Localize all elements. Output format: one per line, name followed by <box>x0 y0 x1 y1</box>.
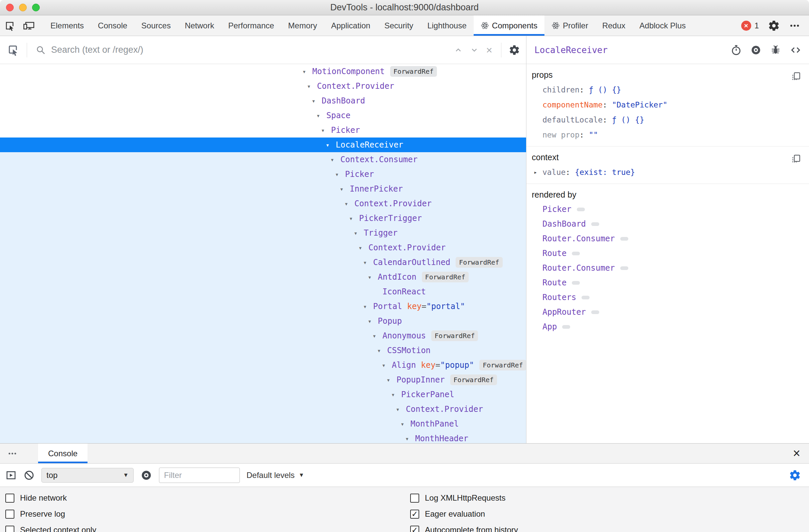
expand-arrow-icon[interactable]: ▾ <box>358 244 368 251</box>
expand-arrow-icon[interactable]: ▾ <box>396 406 406 413</box>
panel-tab-lighthouse[interactable]: Lighthouse <box>420 15 473 36</box>
expand-arrow-icon[interactable]: ▾ <box>321 126 331 134</box>
expand-arrow-icon[interactable]: ▾ <box>344 200 355 207</box>
tree-row[interactable]: ▾ Trigger <box>0 226 526 240</box>
live-expression-eye-icon[interactable] <box>140 469 152 481</box>
tree-row[interactable]: ▾ Context.Provider <box>0 402 526 416</box>
expand-arrow-icon[interactable]: ▾ <box>302 68 312 75</box>
expand-arrow-icon[interactable]: ▾ <box>405 435 415 442</box>
tree-row[interactable]: ▾ CSSMotion <box>0 343 526 358</box>
prop-value[interactable]: "DatePicker" <box>612 101 667 109</box>
javascript-context-select[interactable]: top ▼ <box>41 468 134 483</box>
panel-tab-application[interactable]: Application <box>324 15 377 36</box>
rendered-by-item[interactable]: Route <box>527 246 809 261</box>
toggle-device-toolbar-button[interactable] <box>19 15 39 36</box>
expand-arrow-icon[interactable]: ▾ <box>326 141 336 148</box>
tree-row[interactable]: ▾ Context.Provider <box>0 79 526 93</box>
tree-row[interactable]: ▾ Space <box>0 108 526 123</box>
search-input[interactable] <box>51 45 454 55</box>
rendered-by-item[interactable]: Router.Consumer <box>527 261 809 276</box>
tree-row[interactable]: ▾ Portal key="portal" <box>0 299 526 314</box>
panel-tab-redux[interactable]: Redux <box>595 15 632 36</box>
inspect-dom-eye-icon[interactable] <box>750 45 761 56</box>
tree-row[interactable]: ▾ Context.Provider <box>0 196 526 211</box>
prop-row[interactable]: defaultLocale: ƒ () {} <box>527 112 809 127</box>
checkbox[interactable]: ✓ <box>5 510 14 519</box>
tree-row[interactable]: ▾ DashBoard <box>0 93 526 108</box>
prop-row[interactable]: componentName: "DatePicker" <box>527 97 809 112</box>
expand-arrow-icon[interactable]: ▾ <box>400 420 411 427</box>
inspect-element-button[interactable] <box>0 15 19 36</box>
panel-tab-console[interactable]: Console <box>91 15 134 36</box>
panel-tab-performance[interactable]: Performance <box>221 15 281 36</box>
console-sidebar-toggle-icon[interactable] <box>5 469 17 481</box>
tree-row[interactable]: ▾ PickerTrigger <box>0 211 526 226</box>
tree-row[interactable]: ▾ Picker <box>0 167 526 181</box>
rendered-by-item[interactable]: Route <box>527 276 809 290</box>
error-indicator[interactable]: × 1 <box>741 21 759 31</box>
tree-row[interactable]: ▾ Popup <box>0 314 526 329</box>
panel-tab-elements[interactable]: Elements <box>44 15 91 36</box>
tree-row[interactable]: ▾ Context.Provider <box>0 240 526 255</box>
clear-search-icon[interactable]: × <box>486 45 492 55</box>
rendered-by-item[interactable]: AppRouter <box>527 305 809 319</box>
prop-row[interactable]: new prop: "" <box>527 127 809 142</box>
console-settings-gear-icon[interactable] <box>789 469 801 481</box>
tree-settings-gear-icon[interactable] <box>509 45 520 56</box>
tree-row[interactable]: ▾ CalendarOutlined ForwardRef <box>0 255 526 270</box>
previous-result-icon[interactable] <box>454 46 463 54</box>
rendered-by-item[interactable]: DashBoard <box>527 217 809 231</box>
expand-arrow-icon[interactable]: ▾ <box>368 273 378 281</box>
expand-arrow-icon[interactable]: ▾ <box>335 171 345 178</box>
expand-arrow-icon[interactable]: ▾ <box>354 229 364 237</box>
view-source-code-icon[interactable] <box>790 45 802 56</box>
prop-value[interactable]: ƒ () {} <box>589 86 621 94</box>
tree-row[interactable]: ▾ Picker <box>0 123 526 138</box>
tree-row[interactable]: ▾ Align key="popup" ForwardRef <box>0 358 526 372</box>
tree-row[interactable]: ▾ PickerPanel <box>0 387 526 402</box>
prop-row[interactable]: children: ƒ () {} <box>527 82 809 97</box>
copy-props-icon[interactable] <box>791 71 801 82</box>
console-filter-input[interactable] <box>159 467 240 483</box>
clear-console-icon[interactable] <box>23 469 35 481</box>
expand-arrow-icon[interactable]: ▾ <box>363 259 373 266</box>
prop-value[interactable]: ƒ () {} <box>612 116 644 124</box>
tree-row[interactable]: ▾ Anonymous ForwardRef <box>0 329 526 343</box>
expand-arrow-icon[interactable]: ▾ <box>363 303 373 310</box>
expand-arrow-icon[interactable]: ▾ <box>349 215 359 222</box>
drawer-console-tab[interactable]: Console <box>38 444 87 463</box>
checkbox[interactable]: ✓ <box>410 526 419 532</box>
expand-arrow-icon[interactable]: ▾ <box>312 97 322 105</box>
panel-tab-profiler[interactable]: Profiler <box>545 15 595 36</box>
rendered-by-item[interactable]: App <box>527 319 809 334</box>
expand-arrow-icon[interactable]: ▾ <box>373 332 382 339</box>
panel-tab-memory[interactable]: Memory <box>281 15 324 36</box>
context-row[interactable]: ▸ value: {exist: true} <box>527 164 809 180</box>
tree-row[interactable]: ▾ MotionComponent ForwardRef <box>0 64 526 79</box>
expand-arrow-icon[interactable]: ▾ <box>340 185 350 193</box>
tree-row[interactable]: ▾ Context.Consumer <box>0 152 526 167</box>
tree-row[interactable]: ▾ IconReact <box>0 284 526 299</box>
checkbox[interactable]: ✓ <box>5 494 14 503</box>
log-levels-dropdown[interactable]: Default levels ▼ <box>246 471 304 480</box>
rendered-by-item[interactable]: Picker <box>527 202 809 217</box>
expand-arrow-icon[interactable]: ▾ <box>382 361 392 369</box>
tree-row[interactable]: ▾ InnerPicker <box>0 181 526 196</box>
log-component-bug-icon[interactable] <box>770 45 781 56</box>
drawer-more-tools-icon[interactable] <box>0 444 25 463</box>
rendered-by-item[interactable]: Router.Consumer <box>527 231 809 246</box>
panel-tab-adblock-plus[interactable]: Adblock Plus <box>632 15 693 36</box>
tree-row[interactable]: ▾ PopupInner ForwardRef <box>0 372 526 387</box>
more-options-icon[interactable] <box>789 20 800 31</box>
suspend-stopwatch-icon[interactable] <box>730 45 742 56</box>
checkbox[interactable]: ✓ <box>410 494 419 503</box>
expand-arrow-icon[interactable]: ▸ <box>534 169 543 176</box>
expand-arrow-icon[interactable]: ▾ <box>377 347 387 354</box>
devtools-settings-gear-icon[interactable] <box>768 20 780 32</box>
expand-arrow-icon[interactable]: ▾ <box>307 83 317 90</box>
checkbox[interactable]: ✓ <box>5 526 14 532</box>
close-drawer-icon[interactable]: × <box>784 444 809 463</box>
copy-context-icon[interactable] <box>791 154 801 164</box>
tree-row[interactable]: ▾ AntdIcon ForwardRef <box>0 270 526 284</box>
panel-tab-network[interactable]: Network <box>178 15 221 36</box>
